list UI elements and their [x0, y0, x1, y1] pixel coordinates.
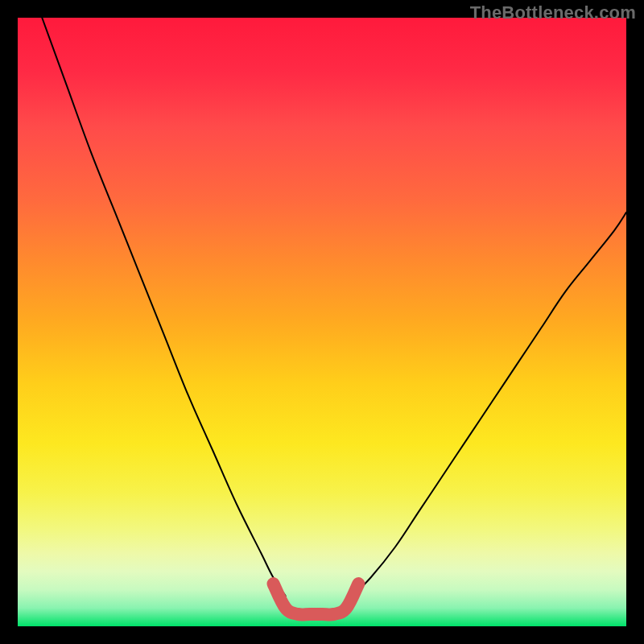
series-group [42, 18, 626, 614]
plot-area [18, 18, 626, 626]
bottleneck-curve [353, 213, 626, 596]
bottleneck-curve [42, 18, 285, 596]
chart-frame: { "watermark": "TheBottleneck.com", "cha… [0, 0, 644, 644]
optimal-region-highlight [274, 584, 359, 614]
chart-svg [18, 18, 626, 626]
watermark-text: TheBottleneck.com [470, 2, 636, 23]
